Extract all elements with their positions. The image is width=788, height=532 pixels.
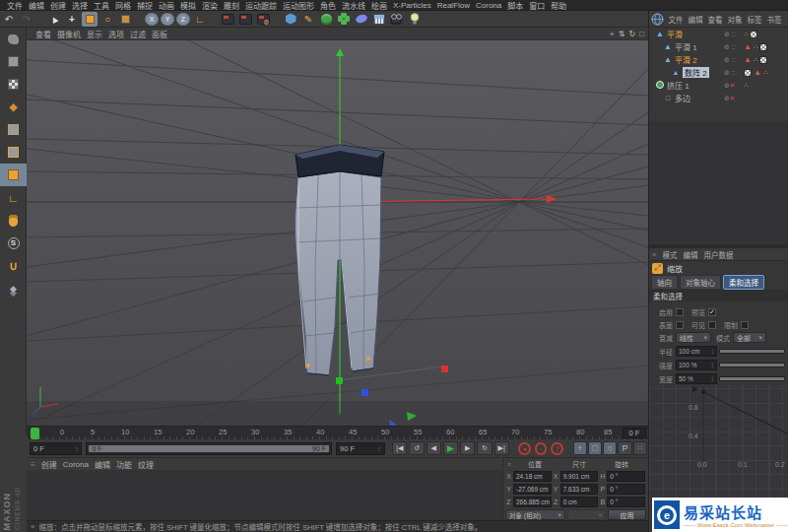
width-slider[interactable] (719, 376, 785, 381)
phong-tag-icon[interactable]: ▲ (744, 56, 752, 64)
toggle-view-icon[interactable]: □ (639, 30, 644, 38)
record-rotation-toggle[interactable]: ○ (603, 441, 617, 455)
goto-end-button[interactable]: ▶| (494, 441, 509, 455)
rotate-tool[interactable]: ○ (99, 12, 115, 27)
size-z-field[interactable]: 0 cm (560, 497, 599, 507)
add-camera-button[interactable] (389, 12, 405, 27)
gizmo-handle-green[interactable] (336, 377, 343, 384)
object-row[interactable]: ▲ 平滑 1 ⊘ :: ▲∴ (649, 40, 788, 53)
preview-checkbox[interactable]: ✓ (708, 308, 716, 316)
texture-tag-icon[interactable] (759, 56, 767, 64)
mat-menu-texture[interactable]: 纹理 (135, 459, 157, 470)
add-primitive-cube-button[interactable] (283, 12, 298, 27)
radius-field[interactable]: 100 cm↕ (676, 346, 717, 357)
rot-h-field[interactable]: 0 ° (607, 471, 645, 482)
add-environment-button[interactable] (371, 12, 387, 27)
add-light-button[interactable] (407, 12, 423, 27)
add-deformer-button[interactable] (336, 12, 352, 27)
enable-checkbox[interactable] (676, 308, 684, 316)
visibility-disabled[interactable]: ⊘ × (724, 81, 742, 90)
menu-select[interactable]: 选择 (69, 0, 91, 11)
visible-checkbox[interactable] (708, 321, 716, 329)
coords-mode-dropdown[interactable]: 对象 (相对)▾ (505, 509, 565, 520)
vp-menu-options[interactable]: 选项 (105, 29, 127, 39)
object-row[interactable]: ▲ 平滑 2 ⊘ :: ▲∴ (649, 53, 788, 66)
radius-slider[interactable] (719, 349, 785, 354)
ruler-frame-field[interactable]: 0 F (623, 428, 646, 438)
x-axis-lock[interactable]: X (145, 13, 159, 26)
model-mode-button[interactable] (0, 50, 27, 73)
menu-create[interactable]: 创建 (47, 0, 69, 11)
object-manager-empty-area[interactable] (649, 121, 788, 244)
texture-tag-icon[interactable] (759, 43, 767, 51)
pos-z-field[interactable]: 266.885 cm (513, 497, 552, 507)
menu-character[interactable]: 角色 (317, 0, 339, 11)
visibility-dots[interactable]: ⊘ :: (724, 69, 742, 77)
move-tool[interactable]: + (64, 12, 80, 27)
material-manager-area[interactable] (27, 470, 502, 520)
menu-script[interactable]: 脚本 (504, 0, 526, 11)
menu-tools[interactable]: 工具 (91, 0, 112, 11)
hamburger-icon[interactable]: ≡ (503, 461, 513, 468)
menu-sculpt[interactable]: 雕刻 (221, 0, 242, 11)
object-row[interactable]: ▲ 平滑 ⊘ :: ∴ (649, 28, 788, 40)
strength-slider[interactable] (719, 363, 785, 367)
perspective-viewport[interactable]: 查看 摄像机 显示 选项 过滤 面板 + ⇅ ↻ □ 透视视图 网格间距 : 1… (27, 28, 648, 426)
rotate-view-icon[interactable]: ↻ (628, 30, 635, 38)
visibility-disabled[interactable]: ⊘ × (724, 94, 742, 102)
frame-range-slider[interactable]: 0 F 90 F (86, 442, 332, 455)
menu-corona[interactable]: Corona (473, 1, 504, 10)
vp-menu-panel[interactable]: 面板 (149, 29, 170, 39)
object-row[interactable]: □ 多边 ⊘ × (649, 92, 788, 104)
menu-file[interactable]: 文件 (4, 0, 26, 11)
workplane-grid-button[interactable]: ◆ (0, 277, 27, 299)
menu-simulate[interactable]: 模拟 (177, 0, 199, 11)
strength-field[interactable]: 100 %↕ (676, 360, 717, 370)
xpresso-tag-icon[interactable]: ∴ (744, 31, 748, 38)
workplane-mode-button[interactable]: ◆ (0, 96, 27, 118)
pan-view-icon[interactable]: + (610, 30, 615, 38)
vp-menu-filter[interactable]: 过滤 (127, 29, 149, 39)
autokey-button[interactable]: ◦ (535, 442, 548, 455)
visibility-dots[interactable]: ⊘ :: (724, 56, 742, 64)
prev-frame-button[interactable]: ◀ (427, 441, 441, 455)
record-scale-toggle[interactable]: □ (588, 441, 602, 455)
texture-tag-icon[interactable] (744, 69, 752, 77)
render-picture-viewer-button[interactable] (237, 12, 253, 27)
play-button[interactable]: ▶ (443, 441, 458, 455)
phong-tag-icon[interactable]: ▲ (744, 43, 752, 51)
menu-help[interactable]: 帮助 (548, 0, 569, 11)
next-key-button[interactable]: ↻ (477, 441, 492, 455)
record-position-toggle[interactable]: + (573, 441, 587, 455)
hamburger-icon[interactable]: ≡ (652, 250, 656, 259)
snap-button[interactable]: S (0, 232, 27, 254)
render-settings-button[interactable] (255, 12, 271, 27)
scale-tool[interactable] (82, 12, 98, 27)
om-menu-edit[interactable]: 编辑 (686, 14, 705, 25)
vp-menu-cameras[interactable]: 摄像机 (54, 29, 84, 39)
menu-paint[interactable]: 绘画 (368, 0, 390, 11)
attr-menu-edit[interactable]: 编辑 (680, 249, 700, 260)
om-menu-bookmarks[interactable]: 书签 (764, 14, 784, 25)
menu-motion-tracker[interactable]: 运动跟踪 (242, 0, 280, 11)
vp-menu-display[interactable]: 显示 (84, 29, 105, 39)
menu-mograph[interactable]: 运动图形 (280, 0, 317, 11)
edges-mode-button[interactable] (0, 141, 27, 164)
menu-pipeline[interactable]: 流水线 (339, 0, 368, 11)
soft-selection-section-header[interactable]: 柔和选择 (649, 290, 788, 301)
falloff-dropdown[interactable]: 线性▾ (676, 332, 711, 343)
record-pla-toggle[interactable]: ∷ (633, 441, 647, 455)
prev-key-button[interactable]: ↺ (409, 441, 424, 455)
tab-soft-selection[interactable]: 柔和选择 (723, 275, 764, 290)
tab-axis[interactable]: 轴向 (651, 275, 678, 290)
enable-axis-button[interactable]: ∟ (0, 186, 27, 209)
xpresso-tag-icon[interactable]: ∴ (744, 82, 748, 90)
xpresso-tag-icon[interactable]: ∴ (763, 69, 767, 77)
hamburger-icon[interactable]: ≡ (31, 460, 35, 469)
mode-dropdown[interactable]: 全部▾ (733, 332, 766, 343)
record-keyframe-button[interactable]: ● (518, 442, 531, 455)
selected-point[interactable] (366, 357, 370, 361)
menu-mesh[interactable]: 网格 (112, 0, 134, 11)
size-y-field[interactable]: 7.633 cm (560, 484, 599, 495)
selected-point[interactable] (306, 364, 310, 367)
